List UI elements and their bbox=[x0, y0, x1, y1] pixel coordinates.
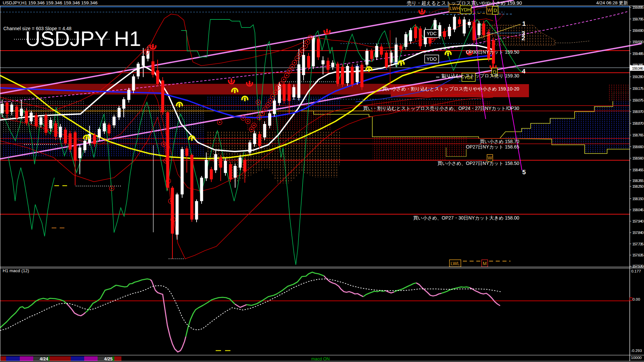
svg-text:割り込むとストップロス売り 159.30: 割り込むとストップロス売り 159.30 bbox=[441, 73, 519, 78]
svg-text:YDO: YDO bbox=[427, 56, 437, 62]
svg-text:-0.293: -0.293 bbox=[631, 349, 642, 353]
svg-text:158.355: 158.355 bbox=[632, 179, 644, 183]
svg-text:159.485: 159.485 bbox=[632, 52, 644, 56]
svg-text:158.660: 158.660 bbox=[632, 145, 644, 149]
svg-text:158.870: 158.870 bbox=[632, 121, 644, 125]
svg-text:YDC: YDC bbox=[427, 31, 437, 36]
svg-text:159.280: 159.280 bbox=[632, 75, 644, 79]
svg-text:157.635: 157.635 bbox=[632, 253, 644, 257]
svg-text:売り・超えるとストップロス買いやや小さめ 159.90: 売り・超えるとストップロス買いやや小さめ 159.90 bbox=[407, 0, 522, 6]
svg-text:0.00: 0.00 bbox=[633, 297, 640, 301]
svg-text:158.150: 158.150 bbox=[632, 197, 644, 201]
svg-text:M: M bbox=[483, 261, 487, 266]
svg-text:157.530: 157.530 bbox=[632, 264, 644, 268]
svg-text:4/25: 4/25 bbox=[104, 356, 112, 361]
svg-text:4: 4 bbox=[522, 68, 526, 75]
svg-text:158.970: 158.970 bbox=[632, 110, 644, 114]
svg-text:macd ON: macd ON bbox=[311, 356, 330, 361]
svg-text:W: W bbox=[488, 155, 492, 161]
svg-text:2: 2 bbox=[522, 35, 525, 42]
svg-text:158.250: 158.250 bbox=[632, 184, 644, 188]
svg-text:W: W bbox=[487, 7, 492, 13]
svg-text:OP30日NYカット 159.50: OP30日NYカット 159.50 bbox=[466, 49, 519, 55]
svg-text:157.940: 157.940 bbox=[632, 219, 644, 223]
svg-text:157.840: 157.840 bbox=[632, 231, 644, 235]
svg-text:159.690: 159.690 bbox=[632, 28, 644, 33]
svg-text:1: 1 bbox=[522, 20, 526, 27]
svg-text:159.795: 159.795 bbox=[632, 17, 644, 21]
svg-text:4/24: 4/24 bbox=[40, 356, 48, 361]
svg-text:USDJPY,H1 159.346 159.346 159: USDJPY,H1 159.346 159.346 159.346 159.34… bbox=[3, 0, 98, 5]
svg-text:159.895: 159.895 bbox=[632, 5, 644, 9]
svg-text:買い小さめ、OP27日NYカット 158.50: 買い小さめ、OP27日NYカット 158.50 bbox=[437, 161, 519, 166]
svg-text:買い小さめ 158.70: 買い小さめ 158.70 bbox=[480, 139, 519, 144]
svg-text:5: 5 bbox=[522, 169, 526, 176]
svg-text:YDH: YDH bbox=[461, 7, 471, 12]
svg-text:買い・割り込むとストップロス売り小さめ、OP24・27日NY: 買い・割り込むとストップロス売り小さめ、OP24・27日NYカット/OP30 bbox=[363, 106, 519, 111]
svg-text:158.455: 158.455 bbox=[632, 168, 644, 172]
svg-text:10000: 10000 bbox=[631, 356, 642, 360]
svg-text:買い小さめ・割り込むとストップロス売りやや小さめ 159.1: 買い小さめ・割り込むとストップロス売りやや小さめ 159.10-20 bbox=[382, 86, 519, 92]
svg-text:159.346: 159.346 bbox=[632, 66, 643, 70]
svg-text:158.560: 158.560 bbox=[632, 156, 644, 160]
svg-text:買い小さめ、OP27・30日NYカット大きめ 158.00: 買い小さめ、OP27・30日NYカット大きめ 158.00 bbox=[413, 215, 519, 221]
svg-text:0.177: 0.177 bbox=[631, 269, 641, 273]
svg-text:LWL: LWL bbox=[450, 261, 460, 266]
svg-text:4/24 06:28 更新: 4/24 06:28 更新 bbox=[596, 0, 628, 5]
svg-text:LWH: LWH bbox=[450, 6, 460, 11]
svg-text:157.735: 157.735 bbox=[632, 242, 644, 246]
svg-text:H1 macd (12): H1 macd (12) bbox=[3, 268, 29, 273]
svg-text:159.590: 159.590 bbox=[632, 40, 644, 44]
svg-text:159.175: 159.175 bbox=[632, 86, 644, 90]
svg-text:158.045: 158.045 bbox=[632, 208, 644, 212]
svg-text:159.075: 159.075 bbox=[632, 98, 644, 102]
svg-text:158.765: 158.765 bbox=[632, 133, 644, 137]
svg-text:USDJPY H1: USDJPY H1 bbox=[25, 27, 141, 50]
svg-text:OP27日NYカット 158.65: OP27日NYカット 158.65 bbox=[466, 144, 519, 149]
svg-text:D: D bbox=[493, 8, 497, 13]
